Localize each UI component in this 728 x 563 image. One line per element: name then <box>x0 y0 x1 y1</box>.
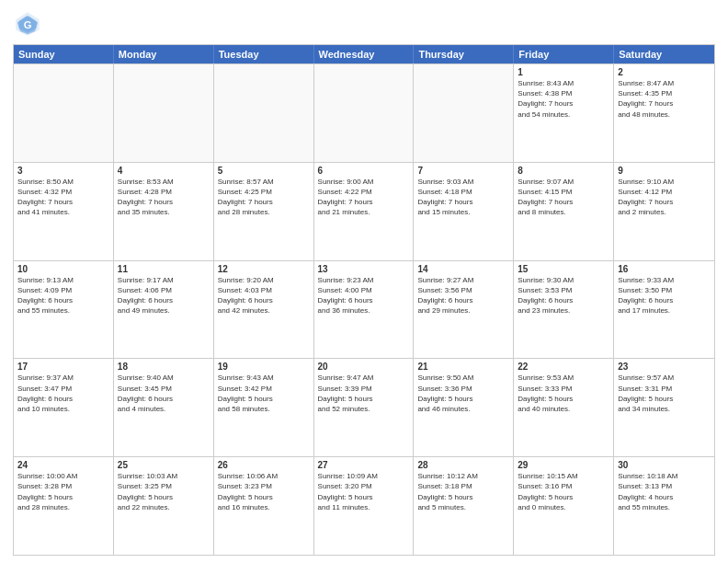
day-cell-17: 17Sunrise: 9:37 AM Sunset: 3:47 PM Dayli… <box>14 359 114 456</box>
empty-cell <box>414 64 514 162</box>
day-cell-19: 19Sunrise: 9:43 AM Sunset: 3:42 PM Dayli… <box>214 359 314 456</box>
day-number: 16 <box>618 264 711 274</box>
day-info: Sunrise: 8:47 AM Sunset: 4:35 PM Dayligh… <box>618 78 711 120</box>
day-header-sunday: Sunday <box>14 45 114 63</box>
day-info: Sunrise: 9:10 AM Sunset: 4:12 PM Dayligh… <box>618 177 711 218</box>
day-number: 14 <box>417 264 509 274</box>
empty-cell <box>114 64 214 162</box>
day-info: Sunrise: 9:03 AM Sunset: 4:18 PM Dayligh… <box>417 177 509 218</box>
logo: G <box>13 9 46 39</box>
day-info: Sunrise: 9:20 AM Sunset: 4:03 PM Dayligh… <box>218 275 310 316</box>
day-number: 15 <box>518 264 609 274</box>
day-info: Sunrise: 9:17 AM Sunset: 4:06 PM Dayligh… <box>118 275 210 316</box>
day-number: 19 <box>218 362 310 372</box>
day-cell-7: 7Sunrise: 9:03 AM Sunset: 4:18 PM Daylig… <box>414 163 514 260</box>
day-number: 4 <box>118 166 210 176</box>
day-cell-23: 23Sunrise: 9:57 AM Sunset: 3:31 PM Dayli… <box>614 359 714 456</box>
day-number: 6 <box>318 166 410 176</box>
day-info: Sunrise: 9:23 AM Sunset: 4:00 PM Dayligh… <box>318 275 410 316</box>
day-number: 21 <box>417 362 509 372</box>
day-cell-6: 6Sunrise: 9:00 AM Sunset: 4:22 PM Daylig… <box>314 163 415 260</box>
week-row-5: 24Sunrise: 10:00 AM Sunset: 3:28 PM Dayl… <box>14 456 714 555</box>
day-number: 30 <box>618 460 711 470</box>
calendar-header: SundayMondayTuesdayWednesdayThursdayFrid… <box>14 45 714 63</box>
week-row-3: 10Sunrise: 9:13 AM Sunset: 4:09 PM Dayli… <box>14 260 714 359</box>
day-number: 24 <box>17 460 109 470</box>
day-number: 12 <box>218 264 310 274</box>
day-cell-15: 15Sunrise: 9:30 AM Sunset: 3:53 PM Dayli… <box>514 261 614 359</box>
day-info: Sunrise: 8:50 AM Sunset: 4:32 PM Dayligh… <box>17 177 109 218</box>
day-info: Sunrise: 9:57 AM Sunset: 3:31 PM Dayligh… <box>618 373 711 414</box>
day-cell-3: 3Sunrise: 8:50 AM Sunset: 4:32 PM Daylig… <box>14 163 114 260</box>
day-info: Sunrise: 9:30 AM Sunset: 3:53 PM Dayligh… <box>518 275 609 316</box>
day-cell-14: 14Sunrise: 9:27 AM Sunset: 3:56 PM Dayli… <box>414 261 514 359</box>
svg-text:G: G <box>24 19 32 30</box>
empty-cell <box>314 64 415 162</box>
day-number: 9 <box>618 166 711 176</box>
day-info: Sunrise: 10:06 AM Sunset: 3:23 PM Daylig… <box>218 471 310 512</box>
day-number: 25 <box>118 460 210 470</box>
day-info: Sunrise: 9:40 AM Sunset: 3:45 PM Dayligh… <box>118 373 210 414</box>
day-number: 27 <box>318 460 410 470</box>
day-info: Sunrise: 9:37 AM Sunset: 3:47 PM Dayligh… <box>17 373 109 414</box>
day-cell-22: 22Sunrise: 9:53 AM Sunset: 3:33 PM Dayli… <box>514 359 614 456</box>
day-cell-1: 1Sunrise: 8:43 AM Sunset: 4:38 PM Daylig… <box>514 64 614 162</box>
day-info: Sunrise: 10:03 AM Sunset: 3:25 PM Daylig… <box>118 471 210 512</box>
day-cell-18: 18Sunrise: 9:40 AM Sunset: 3:45 PM Dayli… <box>114 359 214 456</box>
day-number: 18 <box>118 362 210 372</box>
calendar-body: 1Sunrise: 8:43 AM Sunset: 4:38 PM Daylig… <box>14 63 714 555</box>
day-info: Sunrise: 10:12 AM Sunset: 3:18 PM Daylig… <box>417 471 509 512</box>
day-cell-28: 28Sunrise: 10:12 AM Sunset: 3:18 PM Dayl… <box>414 457 514 555</box>
day-info: Sunrise: 10:09 AM Sunset: 3:20 PM Daylig… <box>318 471 410 512</box>
day-cell-25: 25Sunrise: 10:03 AM Sunset: 3:25 PM Dayl… <box>114 457 214 555</box>
day-info: Sunrise: 8:57 AM Sunset: 4:25 PM Dayligh… <box>218 177 310 218</box>
day-info: Sunrise: 8:43 AM Sunset: 4:38 PM Dayligh… <box>518 78 609 120</box>
day-header-saturday: Saturday <box>614 45 714 63</box>
header: G <box>13 9 715 39</box>
day-number: 5 <box>218 166 310 176</box>
day-header-wednesday: Wednesday <box>314 45 415 63</box>
day-number: 29 <box>518 460 609 470</box>
empty-cell <box>214 64 314 162</box>
day-number: 23 <box>618 362 711 372</box>
day-cell-27: 27Sunrise: 10:09 AM Sunset: 3:20 PM Dayl… <box>314 457 415 555</box>
day-cell-16: 16Sunrise: 9:33 AM Sunset: 3:50 PM Dayli… <box>614 261 714 359</box>
week-row-2: 3Sunrise: 8:50 AM Sunset: 4:32 PM Daylig… <box>14 162 714 260</box>
day-cell-12: 12Sunrise: 9:20 AM Sunset: 4:03 PM Dayli… <box>214 261 314 359</box>
day-number: 11 <box>118 264 210 274</box>
day-info: Sunrise: 9:00 AM Sunset: 4:22 PM Dayligh… <box>318 177 410 218</box>
day-cell-10: 10Sunrise: 9:13 AM Sunset: 4:09 PM Dayli… <box>14 261 114 359</box>
day-cell-29: 29Sunrise: 10:15 AM Sunset: 3:16 PM Dayl… <box>514 457 614 555</box>
day-cell-26: 26Sunrise: 10:06 AM Sunset: 3:23 PM Dayl… <box>214 457 314 555</box>
day-cell-4: 4Sunrise: 8:53 AM Sunset: 4:28 PM Daylig… <box>114 163 214 260</box>
day-info: Sunrise: 9:33 AM Sunset: 3:50 PM Dayligh… <box>618 275 711 316</box>
day-number: 1 <box>518 67 609 77</box>
logo-icon: G <box>13 9 42 39</box>
empty-cell <box>14 64 114 162</box>
day-number: 7 <box>417 166 509 176</box>
day-number: 28 <box>417 460 509 470</box>
day-info: Sunrise: 8:53 AM Sunset: 4:28 PM Dayligh… <box>118 177 210 218</box>
day-number: 10 <box>17 264 109 274</box>
day-number: 17 <box>17 362 109 372</box>
day-info: Sunrise: 10:18 AM Sunset: 3:13 PM Daylig… <box>618 471 711 512</box>
day-info: Sunrise: 9:53 AM Sunset: 3:33 PM Dayligh… <box>518 373 609 414</box>
day-info: Sunrise: 9:13 AM Sunset: 4:09 PM Dayligh… <box>17 275 109 316</box>
day-number: 20 <box>318 362 410 372</box>
day-header-friday: Friday <box>514 45 614 63</box>
calendar: SundayMondayTuesdayWednesdayThursdayFrid… <box>13 44 715 556</box>
day-cell-2: 2Sunrise: 8:47 AM Sunset: 4:35 PM Daylig… <box>614 64 714 162</box>
day-cell-21: 21Sunrise: 9:50 AM Sunset: 3:36 PM Dayli… <box>414 359 514 456</box>
day-cell-8: 8Sunrise: 9:07 AM Sunset: 4:15 PM Daylig… <box>514 163 614 260</box>
day-cell-9: 9Sunrise: 9:10 AM Sunset: 4:12 PM Daylig… <box>614 163 714 260</box>
day-cell-13: 13Sunrise: 9:23 AM Sunset: 4:00 PM Dayli… <box>314 261 415 359</box>
day-info: Sunrise: 9:27 AM Sunset: 3:56 PM Dayligh… <box>417 275 509 316</box>
day-number: 2 <box>618 67 711 77</box>
day-info: Sunrise: 9:47 AM Sunset: 3:39 PM Dayligh… <box>318 373 410 414</box>
day-number: 22 <box>518 362 609 372</box>
day-header-thursday: Thursday <box>414 45 514 63</box>
day-number: 3 <box>17 166 109 176</box>
day-cell-5: 5Sunrise: 8:57 AM Sunset: 4:25 PM Daylig… <box>214 163 314 260</box>
day-cell-30: 30Sunrise: 10:18 AM Sunset: 3:13 PM Dayl… <box>614 457 714 555</box>
day-info: Sunrise: 9:07 AM Sunset: 4:15 PM Dayligh… <box>518 177 609 218</box>
